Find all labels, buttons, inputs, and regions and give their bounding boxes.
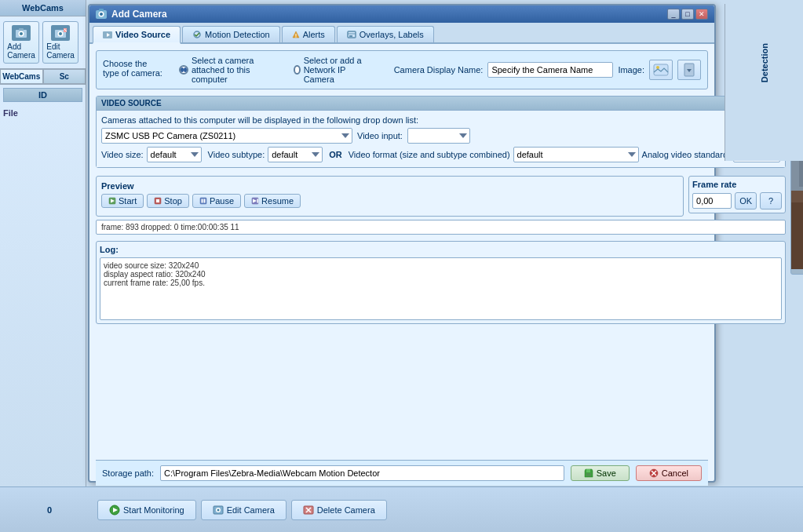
video-options-row: Video size: default Video subtype: defau…: [101, 147, 780, 162]
save-icon: [584, 468, 593, 478]
camera-display-name-label: Camera Display Name:: [394, 65, 484, 75]
dialog-title: Add Camera: [96, 9, 167, 20]
id-col-header: ID: [3, 88, 82, 102]
toolbar-icons: Add Camera Edit Camera: [0, 16, 86, 69]
close-button[interactable]: ✕: [695, 9, 708, 20]
svg-point-65: [217, 508, 219, 511]
svg-rect-3: [19, 28, 24, 31]
video-format-item: Video format (size and subtype combined)…: [349, 147, 780, 162]
sc-tab[interactable]: Sc: [43, 69, 86, 84]
svg-rect-37: [791, 195, 803, 269]
image-button[interactable]: [649, 60, 673, 80]
radio-network-circle[interactable]: [294, 65, 300, 75]
cancel-button[interactable]: Cancel: [636, 465, 702, 481]
framerate-title: Frame rate: [692, 180, 782, 189]
cameras-label: Cameras attached to this computer will b…: [101, 115, 418, 125]
radio-attached[interactable]: Select a camera attached to this compute…: [179, 56, 278, 84]
minimize-button[interactable]: _: [667, 9, 680, 20]
svg-rect-32: [203, 199, 205, 203]
tab-overlays[interactable]: Overlays, Labels: [337, 26, 434, 42]
video-subtype-label: Video subtype:: [208, 150, 265, 159]
tab-motion-detection[interactable]: Motion Detection: [182, 26, 280, 42]
radio-network[interactable]: Select or add a Network IP Camera: [294, 56, 378, 84]
frame-info: frame: 893 dropped: 0 time:00:00:35 11: [96, 220, 786, 235]
video-source-tab-icon: [103, 31, 112, 38]
storage-input[interactable]: [160, 465, 564, 481]
camera-select[interactable]: ZSMC USB PC Camera (ZS0211): [101, 128, 352, 144]
preview-buttons: Start Stop Pause: [101, 194, 678, 208]
start-button[interactable]: Start: [101, 194, 144, 208]
video-input-select[interactable]: [407, 128, 470, 144]
svg-point-11: [100, 13, 103, 16]
dropdown-arrow-icon: [684, 63, 695, 77]
analog-standard-label: Analog video standard:: [642, 150, 731, 159]
framerate-section: Frame rate OK ?: [688, 176, 786, 213]
video-subtype-select[interactable]: default: [268, 147, 323, 162]
edit-camera-icon: [51, 25, 70, 41]
video-size-select[interactable]: default: [147, 147, 202, 162]
delete-camera-button[interactable]: Delete Camera: [291, 500, 387, 520]
save-button[interactable]: Save: [571, 465, 630, 481]
stop-button[interactable]: Stop: [147, 194, 189, 208]
help-button[interactable]: ?: [760, 192, 782, 210]
video-format-label: Video format (size and subtype combined): [349, 150, 510, 159]
video-size-label: Video size:: [101, 150, 144, 159]
tab-video-source[interactable]: Video Source: [93, 26, 181, 44]
maximize-button[interactable]: □: [681, 9, 694, 20]
motion-tab-icon: [192, 31, 202, 38]
dialog-titlebar: Add Camera _ □ ✕: [89, 5, 714, 23]
left-column: VIDEO SOURCE Cameras attached to this co…: [96, 96, 786, 457]
image-dropdown-button[interactable]: [677, 60, 701, 80]
dialog-body: Choose the type of camera: Select a came…: [89, 44, 714, 465]
camera-select-row: ZSMC USB PC Camera (ZS0211) Video input:: [101, 128, 780, 144]
start-monitoring-icon: [109, 505, 120, 516]
image-label: Image:: [618, 65, 644, 75]
ok-button[interactable]: OK: [735, 192, 757, 210]
pause-icon: [199, 197, 207, 205]
log-content: video source size: 320x240 display aspec…: [100, 257, 782, 320]
camera-type-row: Choose the type of camera: Select a came…: [96, 50, 708, 89]
edit-camera-button[interactable]: Edit Camera: [42, 21, 78, 64]
preview-section: Preview Start Stop: [96, 176, 684, 217]
webcams-tab[interactable]: WebCams: [0, 69, 43, 84]
svg-rect-35: [257, 199, 259, 203]
resume-button[interactable]: Resume: [244, 194, 301, 208]
framerate-input[interactable]: [692, 193, 732, 209]
dialog-controls: _ □ ✕: [667, 9, 708, 20]
detection-label: Detection: [760, 43, 769, 82]
framerate-controls: OK ?: [692, 192, 782, 210]
video-size-item: Video size: default: [101, 147, 202, 162]
overlays-tab-icon: [347, 31, 356, 38]
svg-rect-30: [200, 198, 206, 204]
left-content: ID: [0, 85, 86, 105]
or-text: OR: [329, 150, 342, 159]
cancel-icon: [649, 468, 659, 478]
bottom-bar: Storage path: Save Cancel: [96, 460, 708, 486]
start-monitoring-button[interactable]: Start Monitoring: [97, 500, 196, 520]
svg-rect-31: [201, 199, 203, 203]
add-camera-button[interactable]: Add Camera: [3, 21, 39, 64]
log-section: Log: video source size: 320x240 display …: [96, 241, 786, 324]
svg-rect-56: [586, 469, 590, 472]
tab-alerts[interactable]: Alerts: [282, 26, 335, 42]
detection-panel: Detection: [725, 4, 803, 161]
stop-icon: [154, 197, 162, 205]
svg-rect-29: [156, 199, 159, 202]
camera-display-name-input[interactable]: [487, 62, 613, 78]
radio-attached-circle[interactable]: [179, 65, 188, 75]
main-content: VIDEO SOURCE Cameras attached to this co…: [96, 96, 708, 457]
svg-point-6: [59, 32, 62, 35]
choose-camera-label: Choose the type of camera:: [103, 59, 163, 78]
resume-icon: [251, 197, 259, 205]
dialog-tabs: Video Source Motion Detection Alerts Ove…: [89, 23, 714, 44]
edit-camera-task-button[interactable]: Edit Camera: [201, 500, 287, 520]
video-source-box: VIDEO SOURCE Cameras attached to this co…: [96, 96, 786, 168]
preview-framerate-row: Preview Start Stop: [96, 176, 786, 217]
image-icon: [653, 63, 669, 77]
start-icon: [108, 197, 116, 205]
svg-rect-21: [349, 35, 352, 37]
pause-button[interactable]: Pause: [192, 194, 241, 208]
main-window: WebCams Add Camera Edit Camera WebCams S…: [0, 0, 803, 532]
delete-camera-icon: [303, 505, 314, 516]
video-format-select[interactable]: default: [513, 147, 639, 162]
